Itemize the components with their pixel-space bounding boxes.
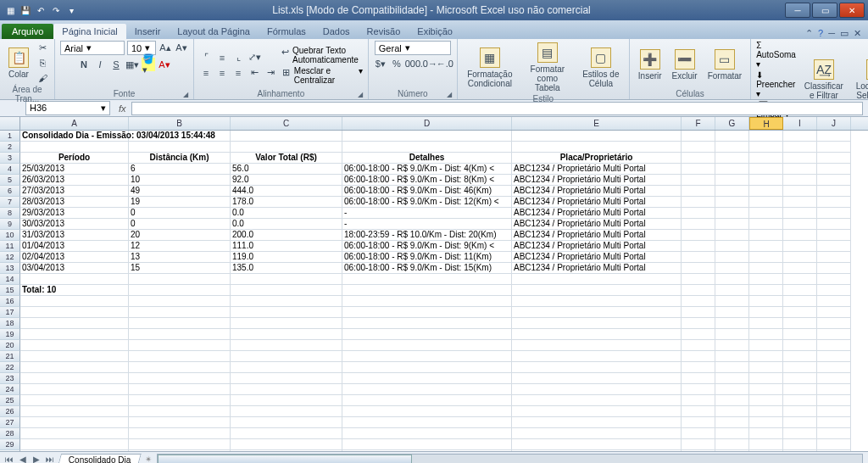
align-middle-button[interactable]: ≡ <box>215 51 229 64</box>
tab-revisão[interactable]: Revisão <box>359 24 409 39</box>
cell[interactable]: 06:00-18:00 - R$ 9.0/Km - Dist: 11(Km) <box>342 252 512 263</box>
row-header[interactable]: 18 <box>0 318 20 329</box>
cell[interactable] <box>342 384 512 395</box>
cell[interactable] <box>342 142 512 153</box>
cell[interactable] <box>20 296 129 307</box>
cell[interactable] <box>749 450 783 451</box>
cell[interactable]: 444.0 <box>231 186 342 197</box>
cell[interactable] <box>682 175 715 186</box>
cell[interactable]: 135.0 <box>231 263 342 274</box>
cell[interactable] <box>231 439 342 450</box>
row-header[interactable]: 12 <box>0 252 20 263</box>
cell[interactable] <box>715 384 749 395</box>
cell[interactable] <box>342 131 512 142</box>
cell[interactable] <box>129 351 231 362</box>
cell[interactable] <box>715 351 749 362</box>
conditional-format-button[interactable]: ▦Formatação Condicional <box>463 46 517 90</box>
cell[interactable] <box>682 208 715 219</box>
undo-icon[interactable]: ↶ <box>34 3 47 17</box>
cell[interactable] <box>20 384 129 395</box>
cell[interactable] <box>783 219 817 230</box>
cell-styles-button[interactable]: ▢Estilos de Célula <box>578 46 624 90</box>
fill-color-button[interactable]: 🪣▾ <box>142 58 155 71</box>
cell[interactable]: 18:00-23:59 - R$ 10.0/Km - Dist: 20(Km) <box>342 230 512 241</box>
cell[interactable] <box>749 208 783 219</box>
cell[interactable] <box>715 230 749 241</box>
cell[interactable] <box>129 439 231 450</box>
merge-center-button[interactable]: ⊞Mesclar e Centralizar▾ <box>281 66 363 85</box>
row-header[interactable]: 17 <box>0 307 20 318</box>
cell[interactable] <box>783 285 817 296</box>
excel-icon[interactable]: ▦ <box>3 3 17 17</box>
underline-button[interactable]: S <box>109 58 123 71</box>
cell[interactable]: 27/03/2013 <box>20 186 129 197</box>
row-header[interactable]: 30 <box>0 450 20 451</box>
cell[interactable]: 178.0 <box>231 197 342 208</box>
cell[interactable]: 01/04/2013 <box>20 241 129 252</box>
cell[interactable] <box>512 450 682 451</box>
cell[interactable] <box>342 362 512 373</box>
cell[interactable] <box>231 296 342 307</box>
workbook-min-icon[interactable]: ─ <box>828 28 835 39</box>
maximize-button[interactable]: ▭ <box>812 3 837 18</box>
spreadsheet-grid[interactable]: ABCDEFGHIJ 1Consolidado Dia - Emissão: 0… <box>0 117 868 451</box>
cell[interactable] <box>20 373 129 384</box>
column-header-I[interactable]: I <box>783 117 817 130</box>
row-header[interactable]: 11 <box>0 241 20 252</box>
cell[interactable] <box>783 329 817 340</box>
cell[interactable]: ABC1234 / Proprietário Multi Portal <box>512 230 682 241</box>
cell[interactable] <box>817 263 851 274</box>
cell[interactable] <box>342 307 512 318</box>
orientation-button[interactable]: ⤢▾ <box>248 51 261 64</box>
cell[interactable] <box>715 439 749 450</box>
cell[interactable] <box>682 439 715 450</box>
tab-exibição[interactable]: Exibição <box>409 24 461 39</box>
font-color-button[interactable]: A▾ <box>158 58 171 71</box>
cell[interactable] <box>20 362 129 373</box>
cell[interactable] <box>749 230 783 241</box>
number-format-select[interactable]: Geral▾ <box>375 41 451 55</box>
cell[interactable] <box>231 307 342 318</box>
cell[interactable] <box>749 417 783 428</box>
cell[interactable] <box>715 362 749 373</box>
cell[interactable] <box>783 274 817 285</box>
cell[interactable] <box>342 439 512 450</box>
increase-indent-button[interactable]: ⇥ <box>264 66 277 80</box>
decrease-font-button[interactable]: A▾ <box>175 41 188 54</box>
cell[interactable] <box>817 417 851 428</box>
cell[interactable] <box>512 142 682 153</box>
cell[interactable] <box>817 428 851 439</box>
cell[interactable] <box>715 406 749 417</box>
row-header[interactable]: 1 <box>0 131 20 142</box>
cell[interactable]: ABC1234 / Proprietário Multi Portal <box>512 252 682 263</box>
cell[interactable] <box>817 318 851 329</box>
cell[interactable] <box>749 362 783 373</box>
tab-inserir[interactable]: Inserir <box>126 24 170 39</box>
cell[interactable] <box>231 285 342 296</box>
row-header[interactable]: 13 <box>0 263 20 274</box>
cell[interactable] <box>342 351 512 362</box>
cell[interactable] <box>783 384 817 395</box>
tab-fórmulas[interactable]: Fórmulas <box>259 24 314 39</box>
cell[interactable] <box>20 340 129 351</box>
cell[interactable] <box>749 428 783 439</box>
cell[interactable] <box>817 153 851 164</box>
cell[interactable] <box>129 307 231 318</box>
cell[interactable] <box>129 428 231 439</box>
cell[interactable] <box>749 131 783 142</box>
copy-button[interactable]: ⎘ <box>36 56 49 70</box>
cell[interactable] <box>817 285 851 296</box>
cell[interactable] <box>749 241 783 252</box>
cell[interactable] <box>342 285 512 296</box>
cell[interactable]: 31/03/2013 <box>20 230 129 241</box>
cell[interactable] <box>817 175 851 186</box>
cell[interactable] <box>749 197 783 208</box>
cell[interactable] <box>342 340 512 351</box>
cell[interactable] <box>682 307 715 318</box>
cell[interactable] <box>817 186 851 197</box>
row-header[interactable]: 23 <box>0 373 20 384</box>
cell[interactable] <box>749 296 783 307</box>
cell[interactable] <box>682 450 715 451</box>
cell[interactable]: 06:00-18:00 - R$ 9.0/Km - Dist: 9(Km) < <box>342 241 512 252</box>
cell[interactable] <box>783 395 817 406</box>
